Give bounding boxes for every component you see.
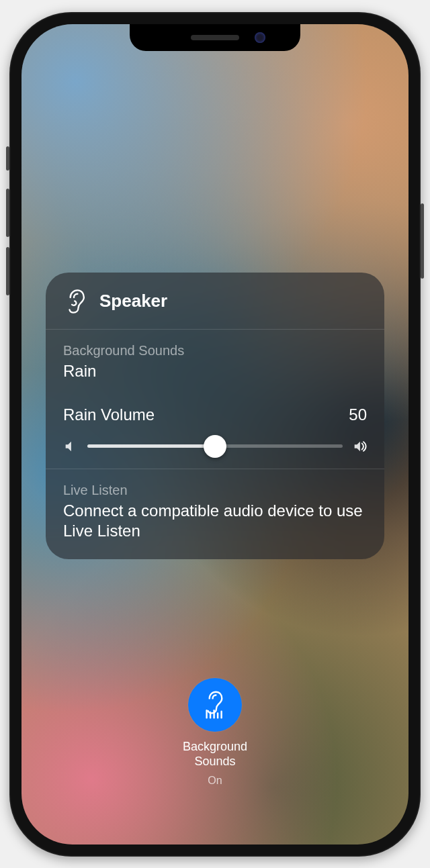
volume-label: Rain Volume (63, 405, 155, 424)
live-listen-row: Live Listen Connect a compatible audio d… (46, 469, 384, 559)
volume-section: Rain Volume 50 (46, 396, 384, 469)
speaker-high-icon (352, 439, 367, 454)
background-sounds-value: Rain (63, 361, 367, 381)
volume-up-button[interactable] (6, 189, 9, 237)
mute-switch[interactable] (6, 146, 9, 171)
panel-title: Speaker (99, 291, 167, 311)
power-button[interactable] (421, 203, 424, 279)
earpiece (191, 35, 239, 40)
notch (130, 24, 300, 51)
volume-value: 50 (349, 405, 367, 424)
background-sounds-toggle: Background Sounds On (183, 678, 247, 786)
slider-track[interactable] (87, 444, 343, 448)
panel-header: Speaker (46, 273, 384, 329)
volume-down-button[interactable] (6, 247, 9, 295)
background-sounds-toggle-button[interactable] (188, 678, 242, 732)
background-sounds-row[interactable]: Background Sounds Rain (46, 330, 384, 396)
front-camera (255, 32, 265, 43)
background-sounds-caption: Background Sounds (63, 343, 367, 358)
screen: Speaker Background Sounds Rain Rain Volu… (22, 24, 408, 845)
device-frame: Speaker Background Sounds Rain Rain Volu… (9, 12, 421, 857)
hearing-panel: Speaker Background Sounds Rain Rain Volu… (46, 273, 384, 559)
volume-slider[interactable] (63, 439, 367, 454)
toggle-label: Background Sounds (183, 740, 247, 769)
live-listen-message: Connect a compatible audio device to use… (63, 501, 367, 542)
toggle-state: On (208, 775, 222, 787)
ear-sound-icon (200, 690, 230, 720)
live-listen-caption: Live Listen (63, 483, 367, 498)
ear-icon (63, 289, 89, 314)
slider-thumb[interactable] (204, 435, 226, 458)
speaker-low-icon (63, 439, 78, 454)
